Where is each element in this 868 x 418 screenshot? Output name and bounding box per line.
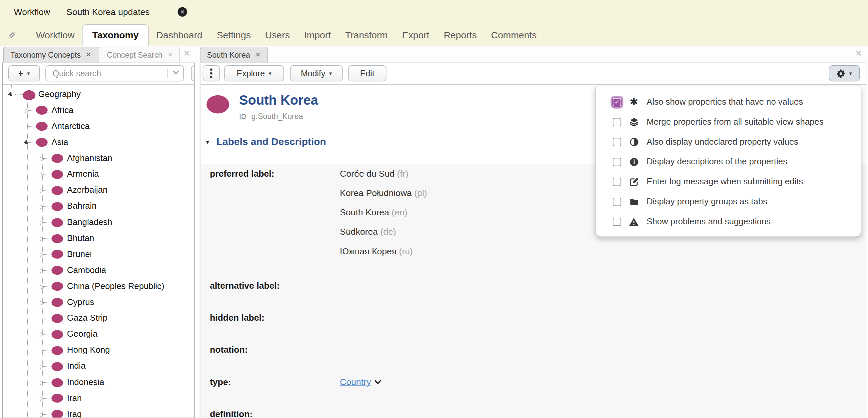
tree-expander-icon[interactable]	[38, 374, 46, 390]
tree-expander-icon[interactable]	[38, 262, 46, 278]
settings-option-row[interactable]: Display descriptions of the properties	[596, 152, 861, 172]
tree-item[interactable]: Cyprus	[3, 294, 194, 310]
tree-item[interactable]: Afghanistan	[3, 150, 194, 166]
tree-item-label[interactable]: Afghanistan	[67, 150, 112, 166]
gear-button[interactable]: ▾	[829, 65, 860, 81]
tree-item[interactable]: Geography	[3, 86, 194, 102]
nav-item-taxonomy[interactable]: Taxonomy	[82, 24, 149, 47]
nav-item-settings[interactable]: Settings	[210, 25, 258, 45]
modify-button[interactable]: Modify▾	[290, 65, 343, 81]
close-icon[interactable]: ✕	[167, 51, 173, 59]
tree-item[interactable]: Bhutan	[3, 230, 194, 246]
close-icon[interactable]: ✕	[255, 51, 261, 59]
edit-button[interactable]: Edit	[348, 65, 386, 81]
tab-concept-search[interactable]: Concept Search ✕	[100, 47, 180, 63]
nav-item-dashboard[interactable]: Dashboard	[149, 25, 210, 45]
tree-expander-icon[interactable]	[7, 86, 15, 102]
collapse-triangle-icon[interactable]: ▼	[205, 139, 210, 145]
add-concept-button[interactable]: +▾	[8, 65, 40, 81]
tree-item[interactable]: Antarctica	[3, 118, 194, 135]
tree-item[interactable]: Bangladesh	[3, 214, 194, 230]
option-checkbox[interactable]	[613, 138, 621, 146]
tree-expander-icon[interactable]	[38, 358, 46, 374]
explore-button[interactable]: Explore▾	[224, 65, 284, 81]
option-checkbox[interactable]	[613, 197, 621, 206]
option-checkbox[interactable]	[613, 118, 621, 126]
tree-item-label[interactable]: Indonesia	[67, 374, 104, 390]
tree-item[interactable]: Cambodia	[3, 262, 194, 278]
tree-item-label[interactable]: Azerbaijan	[67, 182, 107, 198]
tree-item-label[interactable]: India	[67, 358, 86, 374]
tree-expander-icon[interactable]	[38, 150, 46, 166]
tree-expander-icon[interactable]	[38, 198, 46, 214]
tree-item-label[interactable]: Bahrain	[67, 198, 97, 214]
type-country-link[interactable]: Country	[340, 377, 371, 386]
workflow-item-close-icon[interactable]: ✕	[178, 7, 187, 17]
tree-item[interactable]: China (Peoples Republic)	[3, 278, 194, 294]
nav-item-reports[interactable]: Reports	[436, 25, 484, 45]
tree-item-label[interactable]: Africa	[52, 102, 74, 118]
tree-item-label[interactable]: Armenia	[67, 166, 99, 182]
option-checkbox[interactable]	[613, 217, 621, 226]
workflow-item[interactable]: South Korea updates	[66, 7, 150, 17]
nav-item-users[interactable]: Users	[258, 25, 297, 45]
tree-item[interactable]: Bahrain	[3, 198, 194, 214]
tree-item[interactable]: Iran	[3, 390, 194, 406]
quick-search-input[interactable]	[45, 65, 184, 81]
chevron-down-icon[interactable]	[375, 380, 381, 384]
settings-option-row[interactable]: Also display undeclared property values	[596, 132, 861, 152]
tree-item-label[interactable]: Brunei	[67, 246, 92, 262]
tree-item[interactable]: Iraq	[3, 406, 194, 418]
tree-expander-icon[interactable]	[38, 182, 46, 198]
tree-expander-icon[interactable]	[38, 326, 46, 342]
close-icon[interactable]: ✕	[86, 51, 91, 59]
tree-item[interactable]: Azerbaijan	[3, 182, 194, 198]
tree-item[interactable]: Hong Kong	[3, 342, 194, 358]
section-labels-description[interactable]: ▼ Labels and Description	[205, 136, 326, 148]
tree-item-label[interactable]: Hong Kong	[67, 342, 110, 358]
tree-item-label[interactable]: Iran	[67, 390, 82, 406]
nav-item-transform[interactable]: Transform	[338, 25, 395, 45]
tree-item-label[interactable]: Cyprus	[67, 294, 94, 310]
nav-item-import[interactable]: Import	[297, 25, 338, 45]
tree-item-label[interactable]: Georgia	[67, 326, 98, 342]
option-checkbox[interactable]	[613, 158, 621, 166]
tree-expander-icon[interactable]	[23, 102, 31, 118]
tree-item[interactable]: Georgia	[3, 326, 194, 342]
option-checkbox[interactable]	[613, 98, 621, 106]
settings-option-row[interactable]: ✱ Also show properties that have no valu…	[596, 92, 861, 112]
nav-item-comments[interactable]: Comments	[484, 25, 544, 45]
tree-expander-icon[interactable]	[38, 166, 46, 182]
chevron-down-icon[interactable]	[173, 70, 179, 74]
tree-item-label[interactable]: Bangladesh	[67, 214, 112, 230]
nav-item-workflow[interactable]: Workflow	[29, 25, 82, 45]
option-checkbox[interactable]	[613, 177, 621, 186]
left-strip-close-icon[interactable]: ✕	[183, 49, 190, 59]
tree-item[interactable]: Asia	[3, 135, 194, 150]
tab-taxonomy-concepts[interactable]: Taxonomy Concepts ✕	[3, 47, 99, 63]
tree-expander-icon[interactable]	[38, 278, 46, 294]
tree-item[interactable]: Brunei	[3, 246, 194, 262]
tree-item-label[interactable]: China (Peoples Republic)	[67, 278, 164, 294]
nav-item-export[interactable]: Export	[395, 25, 436, 45]
tree-expander-icon[interactable]	[38, 230, 46, 246]
tree-item-label[interactable]: Asia	[52, 135, 68, 150]
tree-item[interactable]: Armenia	[3, 166, 194, 182]
tree-expander-icon[interactable]	[38, 390, 46, 406]
tree-expander-icon[interactable]	[38, 294, 46, 310]
tree-item[interactable]: Gaza Strip	[3, 310, 194, 326]
tree-expander-icon[interactable]	[38, 214, 46, 230]
tree-item-label[interactable]: Iraq	[67, 406, 82, 418]
tree-expander-icon[interactable]	[38, 246, 46, 262]
tree-expander-icon[interactable]	[38, 406, 46, 418]
tree-options-button[interactable]	[191, 65, 195, 81]
tree-item-label[interactable]: Geography	[38, 86, 81, 102]
tree-item-label[interactable]: Gaza Strip	[67, 310, 107, 326]
tree-expander-icon[interactable]	[23, 135, 31, 150]
settings-option-row[interactable]: Display property groups as tabs	[596, 192, 861, 212]
tree-item-label[interactable]: Antarctica	[52, 118, 90, 135]
settings-option-row[interactable]: Show problems and suggestions	[596, 212, 861, 232]
settings-option-row[interactable]: Enter log message when submitting edits	[596, 172, 861, 192]
tree-item-label[interactable]: Cambodia	[67, 262, 106, 278]
tab-south-korea[interactable]: South Korea ✕	[200, 47, 268, 63]
